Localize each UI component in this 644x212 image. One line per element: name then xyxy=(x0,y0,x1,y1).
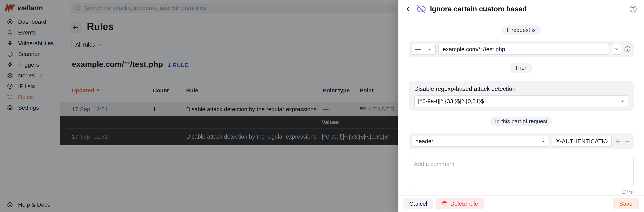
action-title: Disable regexp-based attack detection xyxy=(414,86,628,92)
condition-info-button[interactable] xyxy=(624,46,631,53)
panel-body: If request is — Then Disable regexp-base… xyxy=(398,18,644,195)
cancel-button[interactable]: Cancel xyxy=(404,198,433,209)
arrow-left-icon xyxy=(406,5,412,12)
modal-backdrop[interactable] xyxy=(0,0,398,212)
rule-editor-panel: Ignore certain custom based If request i… xyxy=(398,0,644,212)
chevron-down-icon xyxy=(428,47,432,51)
point-type-value: header xyxy=(415,138,433,144)
delete-rule-button[interactable]: Delete rule xyxy=(436,198,484,209)
regex-value: [^0-9a-f]|^.{33,}$|^.{0,31}$ xyxy=(418,98,484,105)
remove-point-button[interactable] xyxy=(624,138,631,145)
info-circle-icon xyxy=(624,46,631,53)
panel-header: Ignore certain custom based xyxy=(398,0,644,18)
panel-footer: Cancel Delete rule Save xyxy=(398,195,644,212)
add-point-button[interactable] xyxy=(614,138,621,145)
condition-card: — xyxy=(409,41,634,57)
in-this-part-pill: In this part of request xyxy=(490,116,552,126)
condition-uri-input[interactable] xyxy=(438,44,609,55)
then-pill: Then xyxy=(510,63,532,73)
point-name-input[interactable] xyxy=(552,136,612,147)
panel-help-button[interactable] xyxy=(629,5,637,13)
trash-icon xyxy=(441,201,448,207)
plus-icon xyxy=(614,138,621,145)
question-circle-icon xyxy=(629,5,637,13)
regex-value-select[interactable]: [^0-9a-f]|^.{33,}$|^.{0,31}$ xyxy=(414,96,628,107)
condition-operator-select[interactable]: — xyxy=(412,44,436,55)
point-type-select[interactable]: header xyxy=(412,136,549,147)
panel-title: Ignore certain custom based xyxy=(430,5,527,13)
operator-value: — xyxy=(415,46,421,53)
if-request-is-pill: If request is xyxy=(502,25,541,35)
chevron-down-icon xyxy=(614,47,619,51)
comment-textarea[interactable] xyxy=(409,157,634,187)
comment-char-counter: 0/240 xyxy=(409,190,634,195)
save-button[interactable]: Save xyxy=(613,198,639,209)
chevron-down-icon xyxy=(541,139,545,143)
minus-icon xyxy=(624,138,631,145)
delete-rule-label: Delete rule xyxy=(450,201,478,207)
request-part-card: header xyxy=(409,133,634,149)
action-card: Disable regexp-based attack detection [^… xyxy=(409,81,634,111)
chevron-down-icon xyxy=(620,99,624,103)
panel-back-button[interactable] xyxy=(406,5,412,12)
condition-mode-select[interactable] xyxy=(612,44,621,55)
ignore-eye-off-icon xyxy=(416,4,426,14)
